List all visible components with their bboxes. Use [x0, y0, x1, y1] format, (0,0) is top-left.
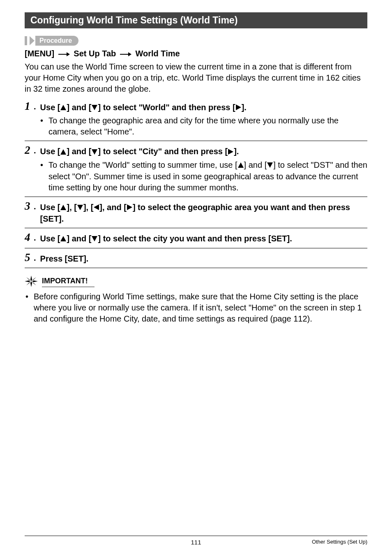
step-5: 5. Press [SET].	[25, 252, 367, 268]
svg-marker-10	[30, 281, 32, 287]
svg-marker-12	[32, 280, 38, 282]
triangle-right-icon	[228, 147, 234, 158]
starburst-icon	[25, 276, 38, 289]
svg-marker-16	[32, 282, 36, 285]
text-fragment: ] and [	[244, 160, 267, 169]
svg-marker-9	[30, 276, 32, 281]
text-fragment: ], [	[67, 203, 76, 212]
bullet-dot: •	[40, 115, 44, 126]
procedure-bar-decoration	[25, 36, 27, 45]
procedure-pill: Procedure	[35, 36, 78, 46]
step-2: 2. Use [] and [] to select "City" and th…	[25, 144, 367, 197]
important-label: IMPORTANT!	[42, 277, 95, 287]
triangle-up-icon	[60, 234, 67, 245]
procedure-label-row: Procedure	[25, 36, 367, 46]
svg-marker-14	[32, 277, 36, 281]
step-dot: .	[34, 144, 36, 157]
step-number: 4	[25, 232, 34, 244]
bullet-text: To change the "World" setting to summer …	[48, 160, 367, 193]
text-fragment: Use [	[40, 203, 60, 212]
text-fragment: ], [	[83, 203, 93, 212]
text-fragment: Use [	[40, 234, 60, 243]
step-text: Press [SET].	[40, 252, 89, 264]
svg-marker-15	[26, 282, 30, 285]
bullet-text: To change the geographic area and city f…	[48, 115, 367, 137]
step-dot: .	[34, 200, 36, 213]
triangle-right-icon	[235, 102, 242, 113]
menu-path-part: [MENU]	[25, 49, 54, 58]
text-fragment: ] to select the city you want and then p…	[98, 234, 292, 243]
triangle-down-icon	[267, 160, 273, 171]
step-text: Use [] and [] to select "World" and then…	[40, 100, 247, 113]
step-1: 1. Use [] and [] to select "World" and t…	[25, 100, 367, 141]
text-fragment: ].	[234, 147, 239, 156]
triangle-up-icon	[60, 102, 67, 113]
step-number: 5	[25, 252, 34, 264]
step-dot: .	[34, 100, 36, 113]
step-number: 1	[25, 100, 34, 113]
step-dot: .	[34, 252, 36, 264]
text-fragment: ], and [	[99, 203, 127, 212]
menu-path-part: World Time	[135, 49, 180, 58]
triangle-down-icon	[91, 234, 98, 245]
step-bullet: • To change the "World" setting to summe…	[40, 160, 367, 193]
intro-text: You can use the World Time screen to vie…	[25, 61, 367, 95]
bullet-dot: •	[40, 160, 44, 171]
important-header: IMPORTANT!	[25, 276, 367, 289]
step-text: Use [] and [] to select the city you wan…	[40, 232, 292, 245]
svg-marker-13	[26, 277, 30, 281]
step-text: Use [], [], [], and [] to select the geo…	[40, 200, 367, 225]
menu-path: [MENU] Set Up Tab World Time	[25, 49, 367, 59]
triangle-right-icon	[127, 202, 133, 213]
arrow-right-icon	[120, 49, 131, 59]
text-fragment: ] and [	[67, 234, 91, 243]
step-bullet: • To change the geographic area and city…	[40, 115, 367, 137]
step-text: Use [] and [] to select "City" and then …	[40, 144, 239, 157]
triangle-down-icon	[91, 147, 98, 158]
svg-marker-8	[128, 52, 131, 56]
text-fragment: Use [	[40, 103, 60, 112]
step-number: 2	[25, 144, 34, 157]
step-dot: .	[34, 232, 36, 244]
triangle-up-icon	[60, 147, 67, 158]
procedure-arrow-icon	[30, 36, 35, 45]
arrow-right-icon	[58, 49, 70, 59]
section-header: Configuring World Time Settings (World T…	[25, 12, 367, 28]
text-fragment: Use [	[40, 147, 60, 156]
text-fragment: ] and [	[67, 103, 91, 112]
text-fragment: ].	[242, 103, 247, 112]
page-number: 111	[191, 539, 201, 546]
step-4: 4. Use [] and [] to select the city you …	[25, 232, 367, 248]
text-fragment: ] to select "City" and then press [	[98, 147, 228, 156]
step-3: 3. Use [], [], [], and [] to select the …	[25, 200, 367, 228]
footer-section-label: Other Settings (Set Up)	[312, 539, 367, 545]
text-fragment: To change the "World" setting to summer …	[48, 160, 238, 169]
triangle-up-icon	[60, 202, 67, 213]
menu-path-part: Set Up Tab	[74, 49, 116, 58]
text-fragment: ] to select "World" and then press [	[98, 103, 235, 112]
svg-marker-4	[30, 36, 35, 45]
important-bullet: • Before configuring World Time settings…	[25, 291, 367, 324]
text-fragment: ] and [	[67, 147, 91, 156]
triangle-up-icon	[238, 160, 244, 171]
svg-marker-6	[67, 52, 70, 56]
important-text: Before configuring World Time settings, …	[34, 291, 367, 324]
triangle-down-icon	[77, 202, 83, 213]
step-number: 3	[25, 200, 34, 213]
page-footer: 111 Other Settings (Set Up)	[25, 535, 367, 546]
triangle-down-icon	[91, 102, 98, 113]
bullet-dot: •	[25, 291, 30, 302]
triangle-left-icon	[93, 202, 99, 213]
svg-marker-11	[25, 280, 30, 282]
